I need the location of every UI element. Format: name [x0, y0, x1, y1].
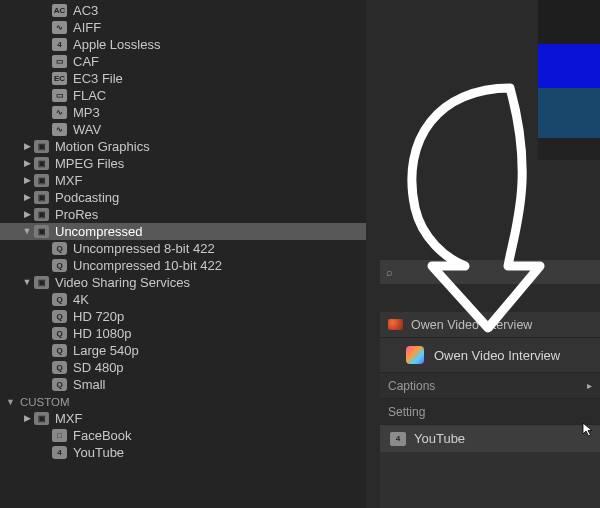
tree-item-aiff[interactable]: ▶ ∿ AIFF	[0, 19, 366, 36]
tree-item-hd720[interactable]: ▶ Q HD 720p	[0, 308, 366, 325]
preset-icon: Q	[52, 378, 67, 391]
tree-item-label: 4K	[73, 291, 366, 308]
preset-icon: Q	[52, 344, 67, 357]
tree-item-label: WAV	[73, 121, 366, 138]
folder-icon: ▣	[34, 276, 49, 289]
setting-field-label: Setting	[380, 398, 600, 424]
tree-item-label: Uncompressed 10-bit 422	[73, 257, 366, 274]
disclosure-arrow-icon[interactable]: ▼	[6, 397, 16, 407]
disclosure-arrow-icon[interactable]: ▶	[22, 210, 32, 220]
tree-item-apple-lossless[interactable]: ▶ 4 Apple Lossless	[0, 36, 366, 53]
field-label: Captions	[388, 379, 435, 393]
preset-icon: ▭	[52, 55, 67, 68]
preview-tile	[538, 88, 600, 138]
tree-item-label: Uncompressed	[55, 223, 366, 240]
settings-tree: ▶ AC AC3 ▶ ∿ AIFF ▶ 4 Apple Lossless ▶ ▭…	[0, 0, 366, 508]
preset-icon: 4	[390, 432, 406, 446]
tree-item-label: Apple Lossless	[73, 36, 366, 53]
tree-item-small[interactable]: ▶ Q Small	[0, 376, 366, 393]
tree-item-label: YouTube	[73, 444, 366, 461]
preset-icon: ∿	[52, 106, 67, 119]
preset-icon: ∿	[52, 123, 67, 136]
preview-tiles	[538, 0, 600, 160]
tree-item-label: ProRes	[55, 206, 366, 223]
preset-icon: Q	[52, 361, 67, 374]
tree-folder-mpeg-files[interactable]: ▶ ▣ MPEG Files	[0, 155, 366, 172]
batch-title: Owen Video Interview	[411, 318, 532, 332]
tree-item-label: Podcasting	[55, 189, 366, 206]
disclosure-arrow-icon[interactable]: ▼	[22, 227, 32, 237]
disclosure-arrow-icon[interactable]: ▶	[22, 414, 32, 424]
tree-item-label: Large 540p	[73, 342, 366, 359]
tree-folder-motion-graphics[interactable]: ▶ ▣ Motion Graphics	[0, 138, 366, 155]
tree-item-label: FLAC	[73, 87, 366, 104]
tree-item-facebook[interactable]: ▶ □ FaceBook	[0, 427, 366, 444]
preset-icon: Q	[52, 327, 67, 340]
preset-icon: AC	[52, 4, 67, 17]
tree-group-custom[interactable]: ▼ CUSTOM	[0, 393, 366, 410]
captions-field[interactable]: Captions ▸	[380, 372, 600, 398]
tree-item-label: AC3	[73, 2, 366, 19]
folder-icon: ▣	[34, 225, 49, 238]
disclosure-arrow-icon[interactable]: ▶	[22, 176, 32, 186]
tree-item-wav[interactable]: ▶ ∿ WAV	[0, 121, 366, 138]
batch-header[interactable]: Owen Video Interview	[380, 312, 600, 338]
tree-folder-custom-mxf[interactable]: ▶ ▣ MXF	[0, 410, 366, 427]
tree-item-ac3[interactable]: ▶ AC AC3	[0, 2, 366, 19]
preset-icon: ▭	[52, 89, 67, 102]
tree-folder-video-sharing[interactable]: ▼ ▣ Video Sharing Services	[0, 274, 366, 291]
tree-folder-prores[interactable]: ▶ ▣ ProRes	[0, 206, 366, 223]
tree-item-caf[interactable]: ▶ ▭ CAF	[0, 53, 366, 70]
tree-folder-podcasting[interactable]: ▶ ▣ Podcasting	[0, 189, 366, 206]
tree-folder-mxf[interactable]: ▶ ▣ MXF	[0, 172, 366, 189]
setting-value-row[interactable]: 4 YouTube	[380, 424, 600, 452]
folder-icon: ▣	[34, 191, 49, 204]
preview-tile	[538, 138, 600, 160]
tree-group-label: CUSTOM	[20, 396, 70, 408]
search-bar[interactable]: ⌕	[380, 260, 600, 284]
preview-tile	[538, 44, 600, 88]
tree-item-hd1080[interactable]: ▶ Q HD 1080p	[0, 325, 366, 342]
chevron-right-icon: ▸	[587, 380, 592, 391]
tree-item-uncompressed-8bit[interactable]: ▶ Q Uncompressed 8-bit 422	[0, 240, 366, 257]
tree-item-mp3[interactable]: ▶ ∿ MP3	[0, 104, 366, 121]
tree-item-label: Motion Graphics	[55, 138, 366, 155]
tree-item-label: FaceBook	[73, 427, 366, 444]
tree-item-label: SD 480p	[73, 359, 366, 376]
tree-item-sd480[interactable]: ▶ Q SD 480p	[0, 359, 366, 376]
folder-icon: ▣	[34, 157, 49, 170]
preset-icon: EC	[52, 72, 67, 85]
tree-item-ec3[interactable]: ▶ EC EC3 File	[0, 70, 366, 87]
tree-item-label: HD 1080p	[73, 325, 366, 342]
disclosure-arrow-icon[interactable]: ▶	[22, 142, 32, 152]
batch-item[interactable]: Owen Video Interview	[380, 338, 600, 372]
disclosure-arrow-icon[interactable]: ▶	[22, 159, 32, 169]
device-icon: □	[52, 429, 67, 442]
disclosure-arrow-icon[interactable]: ▶	[22, 193, 32, 203]
preview-tile	[538, 0, 600, 44]
tree-folder-uncompressed[interactable]: ▼ ▣ Uncompressed	[0, 223, 366, 240]
batch-item-title: Owen Video Interview	[434, 348, 560, 363]
tree-item-flac[interactable]: ▶ ▭ FLAC	[0, 87, 366, 104]
preset-icon: Q	[52, 310, 67, 323]
preset-icon: ∿	[52, 21, 67, 34]
tree-item-label: MXF	[55, 410, 366, 427]
setting-value-text: YouTube	[414, 431, 465, 446]
batch-panel: Owen Video Interview Owen Video Intervie…	[380, 312, 600, 508]
search-icon: ⌕	[386, 266, 398, 278]
folder-icon: ▣	[34, 140, 49, 153]
tree-item-label: AIFF	[73, 19, 366, 36]
tree-item-youtube[interactable]: ▶ 4 YouTube	[0, 444, 366, 461]
right-pane: ⌕ Owen Video Interview Owen Video Interv…	[366, 0, 600, 508]
tree-item-4k[interactable]: ▶ Q 4K	[0, 291, 366, 308]
tree-item-label: HD 720p	[73, 308, 366, 325]
tree-item-label: MXF	[55, 172, 366, 189]
tree-item-label: Video Sharing Services	[55, 274, 366, 291]
folder-icon: ▣	[34, 208, 49, 221]
disclosure-arrow-icon[interactable]: ▼	[22, 278, 32, 288]
tree-item-label: MP3	[73, 104, 366, 121]
tree-item-label: Small	[73, 376, 366, 393]
tree-item-uncompressed-10bit[interactable]: ▶ Q Uncompressed 10-bit 422	[0, 257, 366, 274]
preset-icon: Q	[52, 293, 67, 306]
tree-item-large540[interactable]: ▶ Q Large 540p	[0, 342, 366, 359]
